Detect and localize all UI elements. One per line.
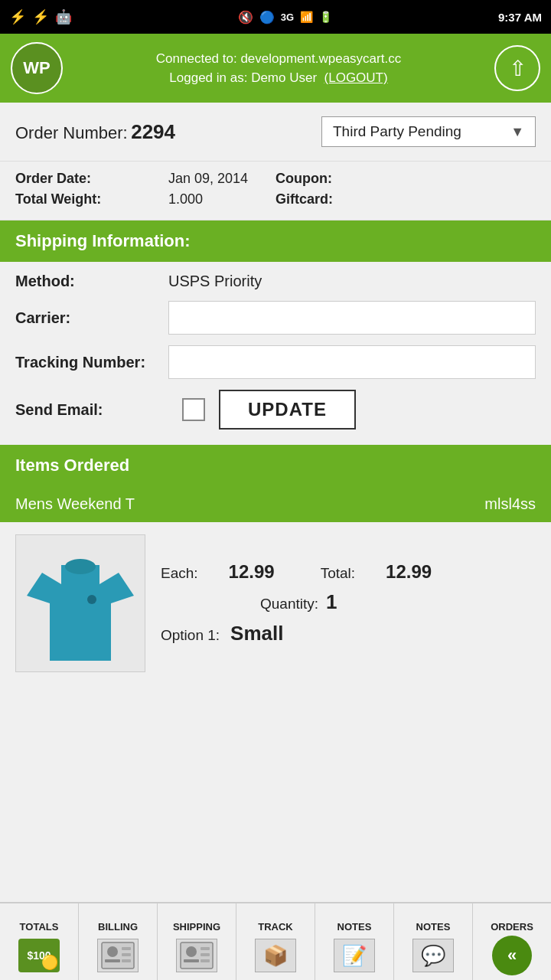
android-icon: 🤖 (55, 8, 72, 25)
chevron-down-icon: ▼ (510, 124, 524, 140)
status-bar: ⚡ ⚡ 🤖 🔇 🔵 3G 📶 🔋 9:37 AM (0, 0, 551, 34)
nav-billing-icon-box (95, 936, 141, 975)
nav-track-icon-box: 📦 (253, 936, 298, 975)
nav-totals-icon-box: $100 🟡 (16, 936, 62, 975)
tracking-label: Tracking Number: (15, 354, 168, 371)
svg-rect-13 (201, 953, 210, 956)
orders-icon-text: « (507, 946, 517, 965)
item-price-row: Each: 12.99 Total: 12.99 (161, 561, 536, 583)
coupon-label: Coupon: (276, 171, 429, 187)
method-value: USPS Priority (168, 273, 262, 290)
status-center: 🔇 🔵 3G 📶 🔋 (238, 10, 332, 24)
shipping-title: Shipping Information: (15, 231, 191, 250)
svg-rect-14 (201, 959, 210, 962)
time-display: 9:37 AM (498, 11, 542, 24)
send-email-checkbox[interactable] (182, 398, 205, 421)
option1-label: Option 1: (161, 627, 220, 644)
signal-icon: 📶 (300, 11, 313, 23)
order-number-row: Order Number: 2294 Third Party Pending ▼ (0, 103, 551, 162)
item-info: Each: 12.99 Total: 12.99 Quantity: 1 Opt… (161, 534, 536, 672)
billing-icon (97, 939, 139, 972)
nav-notes2-icon-box: 💬 (410, 936, 456, 975)
weight-value: 1.000 (168, 191, 276, 207)
date-value: Jan 09, 2014 (168, 171, 276, 187)
quantity-value: 1 (326, 590, 337, 614)
update-button[interactable]: UPDATE (219, 390, 356, 430)
status-time: 9:37 AM (498, 11, 542, 24)
nav-billing[interactable]: BILLING (79, 903, 158, 980)
status-dropdown[interactable]: Third Party Pending ▼ (321, 116, 536, 147)
each-value: 12.99 (229, 561, 275, 583)
svg-rect-12 (201, 947, 210, 950)
item-image (15, 534, 145, 672)
method-label: Method: (15, 273, 168, 290)
nav-orders-label: ORDERS (491, 921, 533, 933)
usb-icon2: ⚡ (32, 8, 49, 25)
tshirt-svg (27, 542, 134, 665)
nav-notes1[interactable]: NOTES 📝 (315, 903, 394, 980)
shipping-section-header: Shipping Information: (0, 220, 551, 262)
coin-icon: 🟡 (41, 954, 58, 971)
weight-label: Total Weight: (15, 191, 168, 207)
item-detail-row: Each: 12.99 Total: 12.99 Quantity: 1 Opt… (0, 522, 551, 684)
page-content: Order Number: 2294 Third Party Pending ▼… (0, 103, 551, 684)
item-sub-header: Mens Weekend T mlsl4ss (0, 486, 551, 522)
bluetooth-icon: 🔵 (259, 10, 275, 24)
svg-rect-7 (122, 953, 131, 956)
items-section-header: Items Ordered (0, 445, 551, 486)
giftcard-value (429, 191, 536, 207)
notes1-icon: 📝 (334, 939, 375, 972)
tracking-row: Tracking Number: (15, 345, 536, 379)
order-number-section: Order Number: 2294 (15, 120, 175, 144)
order-number-value: 2294 (131, 120, 175, 143)
svg-marker-0 (27, 565, 134, 661)
total-value: 12.99 (386, 561, 432, 583)
tracking-input[interactable] (168, 345, 536, 379)
items-title: Items Ordered (15, 456, 129, 475)
bottom-nav: TOTALS $100 🟡 BILLING SHIPPIN (0, 902, 551, 980)
orders-icon: « (492, 936, 532, 975)
quantity-label: Quantity: (260, 596, 318, 612)
svg-rect-8 (122, 959, 131, 962)
nav-notes2[interactable]: NOTES 💬 (394, 903, 473, 980)
option1-value: Small (230, 622, 283, 645)
order-details: Order Date: Jan 09, 2014 Coupon: Total W… (0, 162, 551, 220)
nav-totals[interactable]: TOTALS $100 🟡 (0, 903, 79, 980)
header-bar: WP Connected to: development.wpeasycart.… (0, 34, 551, 103)
date-label: Order Date: (15, 171, 168, 187)
status-left: ⚡ ⚡ 🤖 (9, 8, 72, 25)
send-email-label: Send Email: (15, 401, 168, 419)
nav-orders[interactable]: ORDERS « (473, 903, 551, 980)
totals-icon: $100 🟡 (18, 939, 60, 972)
total-label: Total: (321, 565, 355, 582)
battery-icon: 🔋 (319, 11, 332, 23)
nav-orders-icon-box: « (489, 936, 535, 975)
giftcard-label: Giftcard: (276, 191, 429, 207)
method-row: Method: USPS Priority (15, 273, 536, 290)
logout-link[interactable]: (LOGOUT) (324, 70, 388, 85)
nav-notes1-label: NOTES (337, 921, 372, 933)
carrier-row: Carrier: (15, 301, 536, 335)
order-number-label: Order Number: (15, 123, 128, 142)
nav-notes2-label: NOTES (416, 921, 451, 933)
coupon-value (429, 171, 536, 187)
nav-track[interactable]: TRACK 📦 (236, 903, 315, 980)
nav-shipping-icon-box (174, 936, 220, 975)
track-icon: 📦 (255, 939, 296, 972)
svg-point-4 (107, 946, 118, 957)
nav-shipping-label: SHIPPING (173, 921, 220, 933)
svg-point-2 (87, 595, 96, 604)
nav-notes1-icon-box: 📝 (331, 936, 377, 975)
nav-totals-label: TOTALS (20, 921, 59, 933)
connection-text: Connected to: development.wpeasycart.cc (63, 49, 494, 69)
nav-track-label: TRACK (258, 921, 293, 933)
network-icon: 3G (281, 11, 294, 23)
user-name: Logged in as: Demo User (169, 70, 317, 85)
svg-point-10 (186, 946, 197, 957)
carrier-input[interactable] (168, 301, 536, 335)
nav-shipping[interactable]: SHIPPING (158, 903, 236, 980)
upload-button[interactable]: ⇧ (494, 45, 540, 91)
item-sku: mlsl4ss (484, 495, 536, 513)
send-email-row: Send Email: UPDATE (15, 390, 536, 430)
update-btn-label: UPDATE (248, 399, 327, 420)
